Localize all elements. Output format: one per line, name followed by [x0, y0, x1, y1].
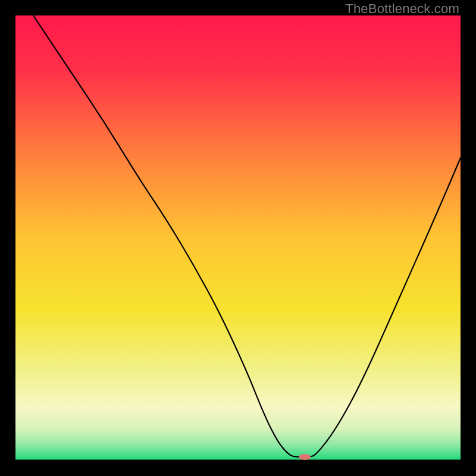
optimum-marker	[299, 454, 311, 460]
watermark-text: TheBottleneck.com	[345, 1, 459, 17]
gradient-background	[15, 15, 461, 461]
chart-stage: TheBottleneck.com	[0, 0, 476, 476]
plot-area	[15, 15, 461, 461]
chart-svg	[15, 15, 461, 461]
